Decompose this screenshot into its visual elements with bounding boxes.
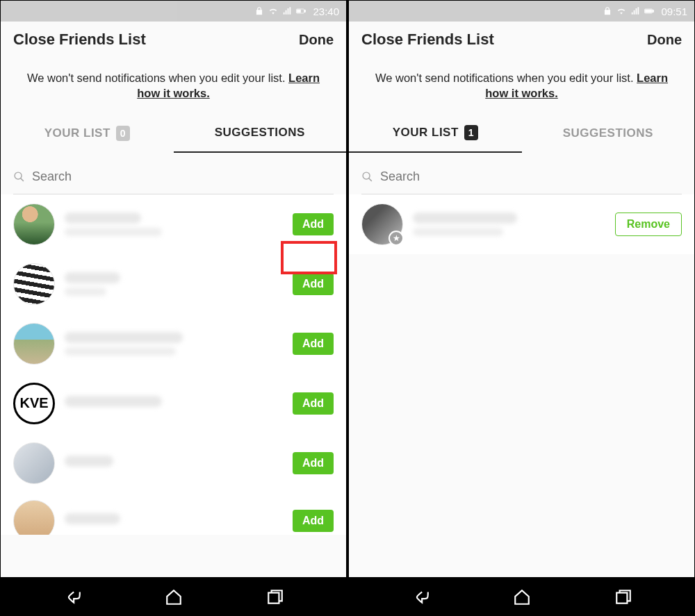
info-note: We won't send notifications when you edi… [349, 58, 694, 114]
svg-line-4 [21, 178, 24, 181]
avatar[interactable] [13, 263, 55, 305]
status-time: 23:40 [313, 6, 339, 17]
status-time: 09:51 [661, 6, 687, 17]
list-item: Add [13, 314, 334, 374]
svg-rect-8 [646, 10, 652, 13]
svg-rect-2 [297, 10, 301, 13]
svg-rect-11 [616, 592, 627, 603]
battery-icon [644, 6, 654, 16]
avatar[interactable]: ★ [361, 203, 403, 245]
battery-icon [296, 6, 306, 16]
remove-button[interactable]: Remove [615, 213, 682, 236]
your-list-count: 1 [464, 125, 478, 140]
header: Close Friends List Done [349, 22, 694, 58]
search-input[interactable] [32, 169, 334, 184]
search-bar[interactable] [361, 160, 682, 194]
recent-apps-icon[interactable] [266, 588, 284, 606]
page-title: Close Friends List [361, 31, 494, 49]
page-title: Close Friends List [13, 31, 146, 49]
back-icon[interactable] [63, 588, 81, 606]
home-icon[interactable] [165, 588, 183, 606]
avatar[interactable] [13, 203, 55, 245]
search-input[interactable] [380, 169, 682, 184]
android-navbar [349, 577, 694, 616]
your-list: ★ Remove [349, 194, 694, 254]
done-button[interactable]: Done [647, 32, 682, 48]
your-list-count: 0 [116, 126, 130, 141]
svg-rect-7 [653, 10, 654, 13]
status-bar: 23:40 [1, 1, 346, 22]
svg-rect-1 [304, 10, 306, 13]
svg-rect-5 [268, 592, 279, 603]
header: Close Friends List Done [1, 22, 346, 58]
phone-left: 23:40 Close Friends List Done We won't s… [1, 1, 348, 577]
info-note: We won't send notifications when you edi… [1, 58, 346, 114]
signal-icon [282, 6, 292, 16]
add-button[interactable]: Add [293, 273, 334, 295]
add-button[interactable]: Add [293, 213, 334, 235]
tabs: YOUR LIST 1 SUGGESTIONS [349, 114, 694, 153]
wifi-icon [268, 6, 278, 16]
lock-icon [254, 6, 264, 16]
phone-right: 09:51 Close Friends List Done We won't s… [348, 1, 694, 577]
list-item: Add [13, 493, 334, 535]
lock-icon [603, 6, 612, 16]
search-icon [13, 171, 25, 183]
list-item: ★ Remove [361, 194, 682, 254]
add-button[interactable]: Add [293, 510, 334, 532]
avatar[interactable]: KVE [13, 383, 55, 424]
avatar[interactable] [13, 442, 55, 484]
avatar[interactable] [13, 323, 55, 365]
wifi-icon [616, 6, 626, 16]
list-item: Add [13, 194, 334, 254]
suggestions-list: Add Add Add KVE Add Add [1, 194, 346, 535]
svg-line-10 [369, 178, 372, 181]
tab-your-list[interactable]: YOUR LIST 0 [1, 114, 174, 153]
tab-suggestions[interactable]: SUGGESTIONS [522, 114, 695, 153]
tab-suggestions[interactable]: SUGGESTIONS [174, 114, 347, 153]
recent-apps-icon[interactable] [614, 588, 632, 606]
tab-your-list[interactable]: YOUR LIST 1 [349, 114, 522, 153]
android-navbar [1, 577, 346, 616]
add-button[interactable]: Add [293, 452, 334, 474]
signal-icon [630, 6, 640, 16]
add-button[interactable]: Add [293, 333, 334, 355]
back-icon[interactable] [411, 588, 430, 606]
avatar[interactable] [13, 500, 55, 535]
search-icon [361, 171, 373, 183]
close-friend-star-icon: ★ [389, 231, 404, 246]
svg-point-3 [15, 172, 22, 179]
search-bar[interactable] [13, 160, 334, 194]
svg-point-9 [363, 172, 370, 179]
done-button[interactable]: Done [299, 32, 334, 48]
add-button[interactable]: Add [293, 392, 334, 415]
list-item: Add [13, 433, 334, 493]
home-icon[interactable] [513, 588, 531, 606]
tabs: YOUR LIST 0 SUGGESTIONS [1, 114, 346, 153]
list-item: Add [13, 254, 334, 314]
status-bar: 09:51 [349, 1, 694, 22]
list-item: KVE Add [13, 374, 334, 433]
